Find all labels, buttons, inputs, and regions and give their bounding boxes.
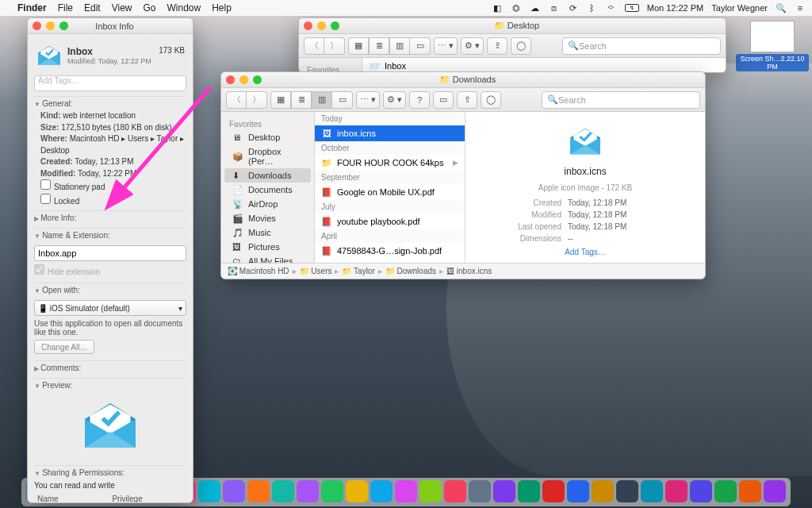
dock-item[interactable]	[493, 480, 515, 502]
search-field[interactable]: 🔍 Search	[542, 91, 700, 109]
menu-file[interactable]: File	[58, 2, 73, 13]
close-button[interactable]	[304, 21, 312, 30]
path-segment[interactable]: 💽 Macintosh HD	[228, 267, 289, 275]
dock-item[interactable]	[444, 480, 466, 502]
view-gallery-button[interactable]: ▭	[410, 37, 431, 55]
menu-view[interactable]: View	[112, 2, 132, 13]
cloud-icon[interactable]: ☁	[530, 2, 541, 13]
dock-item[interactable]	[592, 480, 614, 502]
file-row[interactable]: 🖼inbox.icns	[315, 125, 465, 141]
menu-window[interactable]: Window	[167, 2, 201, 13]
view-columns-button[interactable]: ▥	[312, 91, 332, 109]
sidebar-item[interactable]: 🖥Desktop	[224, 130, 311, 144]
dropbox-icon[interactable]: ⧈	[549, 2, 560, 13]
notification-center-icon[interactable]: ≡	[795, 2, 806, 13]
back-button[interactable]: 〈	[226, 91, 247, 109]
path-segment[interactable]: 📁 Downloads	[385, 267, 436, 275]
dock-item[interactable]	[665, 480, 688, 502]
dock-item[interactable]	[297, 480, 319, 502]
view-gallery-button[interactable]: ▭	[332, 91, 353, 109]
section-comments[interactable]: Comments:	[34, 360, 186, 375]
dock-item[interactable]	[714, 480, 737, 502]
path-bar[interactable]: 💽 Macintosh HD▸📁 Users▸📁 Taylor▸📁 Downlo…	[221, 263, 705, 279]
sidebar-item[interactable]: 📡AirDrop	[224, 197, 311, 211]
section-name-ext[interactable]: Name & Extension:	[34, 228, 186, 242]
file-row[interactable]: 📕youtube playbook.pdf	[315, 214, 465, 229]
tags-button[interactable]: ◯	[481, 91, 501, 109]
dock-item[interactable]	[223, 480, 245, 502]
dock-item[interactable]	[518, 480, 540, 502]
app-menu[interactable]: Finder	[17, 2, 47, 13]
dock-item[interactable]	[764, 480, 786, 502]
dock-item[interactable]	[469, 480, 491, 502]
action-button[interactable]: ⚙ ▾	[461, 37, 484, 55]
titlebar[interactable]: 📁 Desktop	[299, 18, 726, 34]
dock-item[interactable]	[247, 480, 270, 502]
arrange-button[interactable]: ⋯ ▾	[434, 37, 458, 55]
search-field[interactable]: 🔍 Search	[562, 37, 721, 55]
view-list-button[interactable]: ≣	[369, 37, 389, 55]
dock-item[interactable]	[198, 480, 220, 502]
dock-item[interactable]	[542, 480, 565, 502]
section-more-info[interactable]: More Info:	[34, 210, 186, 225]
section-preview[interactable]: Preview:	[34, 378, 186, 392]
help-button[interactable]: ?	[409, 91, 430, 109]
add-tags-link[interactable]: Add Tags…	[565, 248, 606, 256]
dock-item[interactable]	[346, 480, 368, 502]
menubar-clock[interactable]: Mon 12:22 PM	[647, 3, 704, 13]
menu-go[interactable]: Go	[144, 2, 156, 13]
menu-edit[interactable]: Edit	[84, 2, 101, 13]
tags-button[interactable]: ◯	[511, 37, 531, 55]
locked-checkbox[interactable]	[40, 194, 51, 204]
sidebar-item[interactable]: 🗂All My Files	[224, 254, 311, 263]
sidebar-item[interactable]: ⬇Downloads	[224, 168, 311, 183]
forward-button[interactable]: 〉	[324, 37, 345, 55]
section-general[interactable]: General:	[34, 96, 186, 110]
dock-item[interactable]	[641, 480, 663, 502]
view-list-button[interactable]: ≣	[291, 91, 312, 109]
close-button[interactable]	[33, 21, 41, 30]
file-row[interactable]: 📕Google on Mobile UX.pdf	[315, 184, 465, 200]
path-segment[interactable]: 📁 Taylor	[342, 267, 374, 275]
sidebar-item[interactable]: 📄Documents	[224, 183, 311, 197]
titlebar[interactable]: 📁 Downloads	[221, 72, 705, 88]
desktop-file[interactable]: Screen Sh…2.22.10 PM	[736, 21, 809, 71]
bluetooth-icon[interactable]: ᛒ	[587, 2, 598, 13]
status-icon[interactable]: ⏣	[511, 2, 522, 13]
view-icons-button[interactable]: ▦	[348, 37, 369, 55]
path-segment[interactable]: 🖼 inbox.icns	[446, 267, 492, 275]
spotlight-icon[interactable]: 🔍	[776, 2, 787, 13]
share-button[interactable]: ⇪	[457, 91, 477, 109]
sidebar-item[interactable]: 📦Dropbox (Per…	[224, 144, 311, 168]
dock-item[interactable]	[321, 480, 343, 502]
wifi-icon[interactable]: ⌔	[606, 2, 617, 13]
dock-item[interactable]	[567, 480, 589, 502]
forward-button[interactable]: 〉	[247, 91, 267, 109]
file-row[interactable]: 📕47598843-G…sign-Job.pdf	[315, 243, 465, 259]
dock-item[interactable]	[616, 480, 638, 502]
dock-item[interactable]	[739, 480, 761, 502]
sidebar-item[interactable]: 🖼Pictures	[224, 240, 311, 254]
arrange-button[interactable]: ⋯ ▾	[356, 91, 380, 109]
open-with-select[interactable]: 📱 iOS Simulator (default)▾	[34, 300, 186, 316]
sidebar-item[interactable]: 🎬Movies	[224, 211, 311, 225]
dock-item[interactable]	[395, 480, 417, 502]
dock-item[interactable]	[419, 480, 442, 502]
menu-help[interactable]: Help	[212, 2, 232, 13]
titlebar[interactable]: Inbox Info	[28, 18, 193, 34]
battery-icon[interactable]: ↯	[625, 4, 639, 12]
view-icons-button[interactable]: ▦	[270, 91, 291, 109]
dock-item[interactable]	[690, 480, 712, 502]
path-button[interactable]: ▭	[433, 91, 454, 109]
back-button[interactable]: 〈	[304, 37, 324, 55]
action-button[interactable]: ⚙ ▾	[383, 91, 406, 109]
view-columns-button[interactable]: ▥	[389, 37, 410, 55]
change-all-button[interactable]: Change All…	[34, 340, 94, 354]
share-button[interactable]: ⇪	[487, 37, 508, 55]
section-sharing[interactable]: Sharing & Permissions:	[34, 465, 186, 479]
section-open-with[interactable]: Open with:	[34, 283, 186, 297]
status-icon[interactable]: ◧	[492, 2, 503, 13]
sync-icon[interactable]: ⟳	[568, 2, 579, 13]
name-extension-input[interactable]	[34, 245, 186, 261]
path-segment[interactable]: 📁 Users	[300, 267, 332, 275]
